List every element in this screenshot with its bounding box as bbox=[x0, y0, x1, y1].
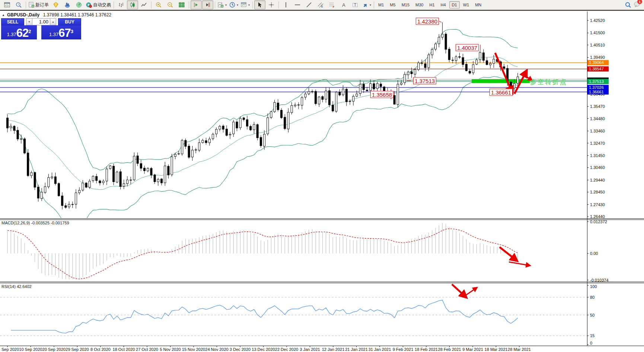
timeframe-W1[interactable]: W1 bbox=[460, 1, 472, 9]
buy-button[interactable]: BUY bbox=[58, 18, 81, 25]
bar-chart-button[interactable] bbox=[115, 0, 127, 9]
templates-button[interactable]: ▾ bbox=[240, 0, 251, 9]
candle bbox=[61, 196, 63, 205]
macd-tick-label: 0.012372 bbox=[590, 220, 607, 224]
text-button[interactable]: A bbox=[338, 0, 349, 9]
volume-input[interactable]: 1.00 bbox=[32, 18, 50, 25]
candle bbox=[239, 118, 241, 128]
volume-increase-button[interactable]: ▴ bbox=[50, 18, 56, 25]
notifications-button[interactable]: 1 bbox=[634, 1, 640, 9]
date-tick-label[interactable]: 3 Dec 2020 bbox=[230, 347, 251, 352]
text-label-button[interactable]: T bbox=[350, 0, 361, 9]
horizontal-line-button[interactable] bbox=[292, 0, 303, 9]
date-tick-label[interactable]: 12 Jan 2021 bbox=[322, 347, 345, 352]
candle bbox=[212, 134, 214, 139]
date-tick-label[interactable]: 24 Nov 2020 bbox=[205, 347, 228, 352]
ohlc-readout: 1.37898 1.38461 1.37546 1.37622 bbox=[43, 12, 112, 17]
date-tick-label[interactable]: 13 Dec 2020 bbox=[252, 347, 275, 352]
arrows-button[interactable]: ▾ bbox=[361, 0, 372, 9]
date-tick-label[interactable]: 28 Feb 2021 bbox=[438, 347, 461, 352]
sell-button[interactable]: SELL bbox=[1, 18, 24, 25]
date-tick-label[interactable]: 18 Mar 2021 bbox=[485, 347, 508, 352]
price-tick-label: 1.40510 bbox=[590, 43, 605, 47]
timeframe-MN[interactable]: MN bbox=[472, 1, 484, 9]
new-order-button[interactable]: 新订单 bbox=[28, 0, 50, 9]
tick-chart-icon[interactable] bbox=[13, 0, 24, 9]
red-arrow[interactable] bbox=[495, 53, 511, 91]
fibonacci-button[interactable]: F bbox=[326, 0, 338, 9]
date-tick-label[interactable]: 3 Jan 2021 bbox=[300, 347, 320, 352]
data-window-icon[interactable] bbox=[62, 0, 73, 9]
date-tick-label[interactable]: 27 Oct 2020 bbox=[136, 347, 158, 352]
channel-button[interactable]: E bbox=[315, 0, 326, 9]
zoom-in-button[interactable] bbox=[153, 0, 164, 9]
tile-windows-button[interactable] bbox=[176, 0, 187, 9]
volume-decrease-button[interactable]: ▾ bbox=[26, 18, 32, 25]
date-tick-label[interactable]: 18 Oct 2020 bbox=[113, 347, 135, 352]
rsi-indicator-label: RSI(14) 42.6402 bbox=[1, 284, 32, 289]
date-tick-label[interactable]: 22 Dec 2020 bbox=[275, 347, 298, 352]
candle bbox=[178, 154, 180, 154]
candle bbox=[366, 90, 368, 91]
chart-workspace: 1.425201.415001.405101.394901.384801.375… bbox=[0, 10, 644, 352]
turning-point-annotation[interactable]: 多空转折点 bbox=[530, 78, 567, 86]
dropdown-arrow-icon: ▾ bbox=[225, 3, 227, 7]
candle bbox=[435, 44, 437, 49]
trendline-button[interactable] bbox=[303, 0, 315, 9]
timeframe-M30[interactable]: M30 bbox=[413, 1, 426, 9]
timeframe-D1[interactable]: D1 bbox=[449, 1, 460, 9]
date-tick-label[interactable]: 15 Nov 2020 bbox=[182, 347, 205, 352]
date-tick-label[interactable]: 31 Jan 2021 bbox=[369, 347, 391, 352]
sell-price[interactable]: 1.37 62 2 bbox=[1, 25, 37, 39]
search-icon[interactable] bbox=[625, 2, 631, 8]
date-tick-label[interactable]: 20 Sep 2020 bbox=[42, 347, 66, 352]
date-tick-label[interactable]: 28 Mar 2021 bbox=[508, 347, 531, 352]
red-arrow[interactable] bbox=[514, 73, 526, 94]
candle bbox=[13, 126, 15, 131]
market-watch-icon[interactable] bbox=[50, 0, 61, 9]
price-label-old-low[interactable]: 1.35658 bbox=[370, 91, 393, 98]
candle bbox=[424, 64, 426, 68]
auto-scroll-button[interactable] bbox=[191, 0, 202, 9]
date-tick-label[interactable]: 8 Oct 2020 bbox=[90, 347, 111, 352]
strategy-tester-icon[interactable] bbox=[73, 0, 85, 9]
crosshair-button[interactable] bbox=[266, 0, 277, 9]
price-label-lower-high[interactable]: 1.40037 bbox=[456, 44, 479, 51]
timeframe-M15[interactable]: M15 bbox=[399, 1, 412, 9]
line-chart-button[interactable] bbox=[138, 0, 150, 9]
timeframe-M1[interactable]: M1 bbox=[376, 1, 386, 9]
price-label-support[interactable]: 1.37513 bbox=[413, 77, 436, 84]
red-arrow[interactable] bbox=[509, 262, 529, 265]
candlestick-chart-button[interactable] bbox=[127, 0, 138, 9]
date-tick-label[interactable]: 29 Sep 2020 bbox=[66, 347, 89, 352]
date-tick-label[interactable]: 10 Sep 2020 bbox=[19, 347, 42, 352]
rsi-tick-label: 50 bbox=[590, 313, 594, 317]
new-chart-icon[interactable] bbox=[1, 0, 13, 9]
arrow-objects-icon bbox=[362, 2, 368, 8]
timeframe-H1[interactable]: H1 bbox=[427, 1, 437, 9]
collapse-chart-icon[interactable]: ▲ bbox=[2, 13, 5, 17]
price-label-peak[interactable]: 1.42380 bbox=[416, 18, 439, 25]
date-tick-label[interactable]: 9 Feb 2021 bbox=[393, 347, 414, 352]
date-tick-label[interactable]: 9 Mar 2021 bbox=[462, 347, 483, 352]
candle bbox=[7, 118, 9, 128]
auto-trading-button[interactable]: 自动交易 bbox=[85, 0, 112, 9]
red-arrow[interactable] bbox=[463, 288, 476, 297]
cursor-button[interactable] bbox=[254, 0, 265, 9]
buy-price[interactable]: 1.37 67 3 bbox=[41, 25, 81, 39]
indicators-button[interactable]: ▾ bbox=[217, 0, 228, 9]
date-tick-label[interactable]: 21 Jan 2021 bbox=[345, 347, 368, 352]
date-tick-label[interactable]: 18 Feb 2021 bbox=[415, 347, 438, 352]
red-arrow[interactable] bbox=[500, 247, 515, 259]
zoom-out-button[interactable] bbox=[165, 0, 176, 9]
date-tick-label[interactable]: 5 Nov 2020 bbox=[160, 347, 181, 352]
vertical-line-button[interactable] bbox=[280, 0, 291, 9]
chart-shift-button[interactable] bbox=[202, 0, 213, 9]
price-label-swing-low[interactable]: 1.36661 bbox=[490, 89, 513, 96]
red-arrow[interactable] bbox=[452, 284, 465, 296]
timeframe-H4[interactable]: H4 bbox=[438, 1, 449, 9]
date-tick-label[interactable]: Sep 2020 bbox=[1, 347, 19, 352]
price-badge-label: 1.39064 bbox=[589, 60, 604, 65]
periods-button[interactable]: ▾ bbox=[228, 0, 239, 9]
timeframe-M5[interactable]: M5 bbox=[387, 1, 398, 9]
